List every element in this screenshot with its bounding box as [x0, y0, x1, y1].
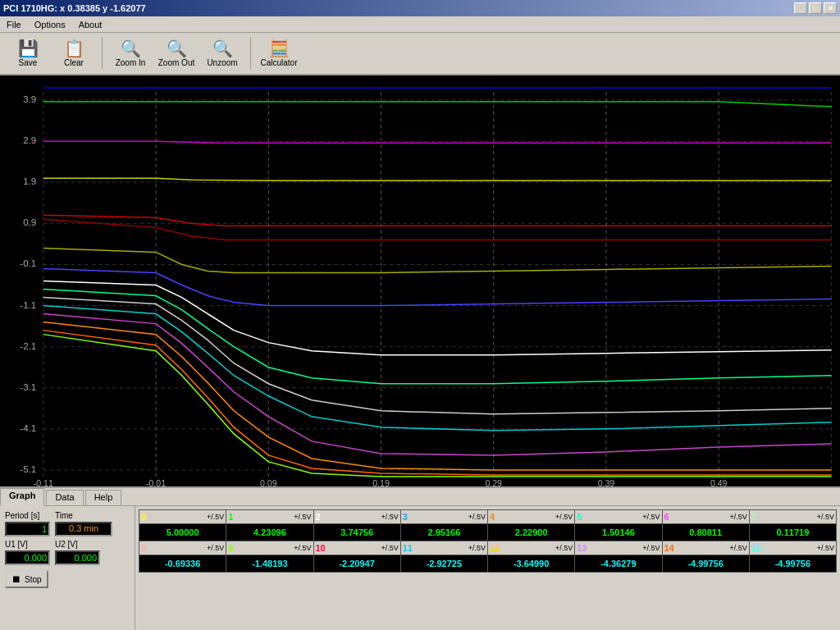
unzoom-label: Unzoom — [207, 58, 237, 67]
svg-text:3.9: 3.9 — [23, 94, 36, 104]
stop-row: ⏹ Stop — [5, 568, 130, 588]
channel-8-header: 8 +/.5V — [139, 541, 226, 555]
tab-help[interactable]: Help — [85, 490, 122, 505]
calculator-label: Calculator — [260, 58, 297, 67]
period-row: Period [s] Time 0.3 min — [5, 511, 130, 536]
channel-7-header: 7 +/.5V — [749, 510, 836, 524]
svg-text:-0.11: -0.11 — [34, 479, 53, 486]
minimize-button[interactable]: _ — [794, 2, 807, 14]
channel-6-value: 0.80811 — [662, 524, 749, 541]
tab-data[interactable]: Data — [46, 490, 83, 505]
bottom-content: Period [s] Time 0.3 min U1 [V] 0.000 U2 … — [0, 506, 840, 630]
channel-5-value: 1.50146 — [575, 524, 662, 541]
calculator-button[interactable]: 🧮 Calculator — [258, 34, 300, 72]
svg-text:-1.1: -1.1 — [20, 300, 36, 310]
clear-label: Clear — [64, 58, 84, 67]
svg-text:-3.1: -3.1 — [20, 382, 36, 392]
save-icon: 💾 — [18, 40, 39, 57]
period-label: Period [s] — [5, 511, 50, 520]
svg-text:1.9: 1.9 — [23, 177, 36, 187]
menu-options[interactable]: Options — [31, 19, 69, 30]
period-field: Period [s] — [5, 511, 50, 536]
channel-13-header: 13 +/.5V — [575, 541, 662, 555]
uv-row: U1 [V] 0.000 U2 [V] 0.000 — [5, 540, 130, 565]
chart-svg: 3.9 2.9 1.9 0.9 -0.1 -1.1 -2.1 -3.1 -4.1… — [0, 75, 840, 486]
svg-text:0.09: 0.09 — [260, 479, 277, 486]
calculator-icon: 🧮 — [269, 40, 290, 57]
channel-15-value: -4.99756 — [749, 555, 836, 573]
time-label: Time — [55, 511, 112, 520]
stop-button[interactable]: ⏹ Stop — [5, 570, 48, 588]
close-button[interactable]: ✕ — [824, 2, 837, 14]
svg-text:-0.1: -0.1 — [20, 259, 36, 269]
channel-0-value: 5.00000 — [139, 524, 226, 541]
u2-label: U2 [V] — [55, 540, 100, 549]
channel-11-value: -2.92725 — [400, 555, 487, 573]
channel-10-value: -2.20947 — [313, 555, 400, 573]
save-button[interactable]: 💾 Save — [7, 34, 49, 72]
channel-6-header: 6 +/.5V — [662, 510, 749, 524]
channel-12-value: -3.64990 — [488, 555, 575, 573]
channel-4-header: 4 +/.5V — [488, 510, 575, 524]
svg-text:2.9: 2.9 — [23, 135, 36, 145]
channel-3-header: 3 +/.5V — [400, 510, 487, 524]
stop-icon: ⏹ — [11, 573, 21, 585]
channels-row2-values: -0.69336-1.48193-2.20947-2.92725-3.64990… — [139, 555, 837, 573]
channel-11-header: 11 +/.5V — [400, 541, 487, 555]
channels-row2-headers: 8 +/.5V 9 +/.5V 10 +/.5V 11 +/.5V 12 +/.… — [139, 541, 837, 555]
u1-label: U1 [V] — [5, 540, 50, 549]
clear-button[interactable]: 📋 Clear — [52, 34, 95, 72]
svg-text:-4.1: -4.1 — [20, 423, 36, 433]
channel-10-header: 10 +/.5V — [313, 541, 400, 555]
u1-field: U1 [V] 0.000 — [5, 540, 50, 565]
zoom-out-icon: 🔍 — [167, 40, 187, 57]
u2-field: U2 [V] 0.000 — [55, 540, 100, 565]
toolbar-separator — [102, 37, 103, 70]
menu-file[interactable]: File — [3, 19, 25, 30]
time-display: 0.3 min — [55, 522, 112, 536]
stop-label: Stop — [25, 575, 42, 584]
window-controls: _ □ ✕ — [794, 2, 837, 14]
period-input[interactable] — [5, 522, 50, 536]
zoom-in-label: Zoom In — [116, 58, 146, 67]
channel-1-value: 4.23096 — [226, 524, 313, 541]
channel-7-value: 0.11719 — [749, 524, 836, 541]
tab-bar: Graph Data Help — [0, 488, 840, 506]
channel-0-header: 0 +/.5V — [139, 510, 226, 524]
channel-12-header: 12 +/.5V — [488, 541, 575, 555]
maximize-button[interactable]: □ — [809, 2, 822, 14]
bottom-panel: Graph Data Help Period [s] Time 0.3 min — [0, 486, 840, 630]
svg-text:0.49: 0.49 — [710, 479, 728, 486]
toolbar-separator-2 — [250, 37, 251, 70]
menu-about[interactable]: About — [75, 19, 106, 30]
svg-text:-5.1: -5.1 — [20, 464, 36, 474]
channel-5-header: 5 +/.5V — [575, 510, 662, 524]
clear-icon: 📋 — [64, 40, 84, 57]
zoom-out-label: Zoom Out — [158, 58, 194, 67]
zoom-in-button[interactable]: 🔍 Zoom In — [109, 34, 152, 72]
svg-text:-2.1: -2.1 — [20, 341, 36, 351]
channel-13-value: -4.36279 — [575, 555, 662, 573]
channels-row1-values: 5.000004.230963.747562.951662.229001.501… — [139, 524, 837, 541]
u1-display: 0.000 — [5, 550, 50, 565]
channel-14-value: -4.99756 — [662, 555, 749, 573]
channel-8-value: -0.69336 — [139, 555, 226, 573]
svg-text:0.9: 0.9 — [23, 218, 36, 228]
zoom-out-button[interactable]: 🔍 Zoom Out — [155, 34, 198, 72]
svg-text:0.19: 0.19 — [372, 479, 390, 486]
chart-container[interactable]: 3.9 2.9 1.9 0.9 -0.1 -1.1 -2.1 -3.1 -4.1… — [0, 75, 840, 486]
tab-graph[interactable]: Graph — [0, 488, 44, 506]
left-panel: Period [s] Time 0.3 min U1 [V] 0.000 U2 … — [0, 506, 135, 630]
title-text: PCI 1710HG: x 0.38385 y -1.62077 — [3, 3, 146, 13]
unzoom-button[interactable]: 🔍 Unzoom — [201, 34, 244, 72]
menubar: File Options About — [0, 16, 840, 33]
svg-text:-0.01: -0.01 — [146, 479, 166, 486]
channel-4-value: 2.22900 — [488, 524, 575, 541]
zoom-in-icon: 🔍 — [121, 40, 141, 57]
channel-9-header: 9 +/.5V — [226, 541, 313, 555]
svg-text:0.39: 0.39 — [598, 479, 615, 486]
main-area: 3.9 2.9 1.9 0.9 -0.1 -1.1 -2.1 -3.1 -4.1… — [0, 75, 840, 630]
channel-2-header: 2 +/.5V — [313, 510, 400, 524]
channel-1-header: 1 +/.5V — [226, 510, 313, 524]
data-grid: 0 +/.5V 1 +/.5V 2 +/.5V 3 +/.5V 4 +/.5V … — [135, 506, 840, 630]
